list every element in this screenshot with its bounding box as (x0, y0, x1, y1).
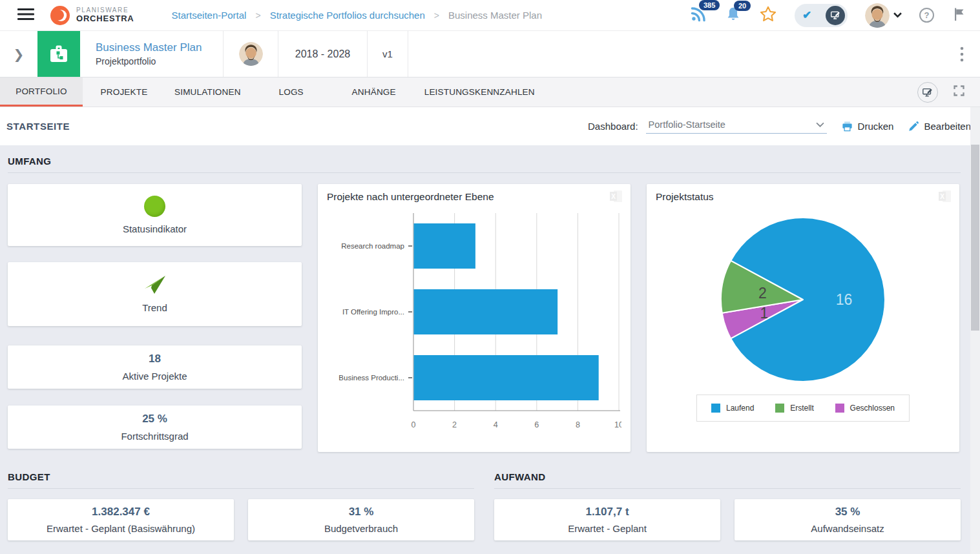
excel-export-icon[interactable]: X (609, 190, 623, 205)
pie-chart: 1216 (718, 214, 888, 385)
legend-swatch (711, 404, 720, 413)
notifications-button[interactable]: 20 (725, 6, 742, 25)
kpi-value: 18 (149, 353, 161, 365)
user-avatar (865, 3, 890, 28)
legend-item-laufend: Laufend (711, 404, 754, 413)
chevron-down-icon (893, 12, 902, 18)
section-budget-title: BUDGET (8, 471, 474, 482)
legend-label: Erstellt (790, 404, 814, 413)
portfolio-period: 2018 - 2028 (278, 31, 368, 77)
legend-label: Laufend (726, 404, 754, 413)
print-button[interactable]: Drucken (841, 120, 894, 132)
print-icon (841, 120, 853, 132)
svg-text:X: X (611, 193, 616, 200)
metric-label: Aufwandseinsatz (811, 523, 884, 534)
check-icon: ✔ (802, 8, 811, 22)
tab-simulationen[interactable]: SIMULATIONEN (165, 77, 250, 107)
display-mode-toggle[interactable]: ✔ (795, 4, 848, 27)
flag-button[interactable] (952, 6, 967, 25)
bar-chart: 0246810Research roadmapIT Offering Impro… (327, 209, 621, 436)
tab-projekte[interactable]: PROJEKTE (83, 77, 165, 107)
svg-text:10: 10 (614, 420, 621, 429)
top-navigation-bar: PLANISWARE ORCHESTRA Startseiten-Portal>… (0, 0, 980, 31)
kpi-label: Trend (142, 302, 167, 313)
kpi-label: Fortschrittsgrad (121, 431, 188, 442)
star-icon (759, 5, 777, 23)
kpi-label: Aktive Projekte (122, 371, 187, 382)
metric-label: Budgetverbrauch (324, 523, 398, 534)
metric-card-budgetverbrauch: 31 %Budgetverbrauch (248, 499, 474, 540)
svg-text:IT Offering Impro...: IT Offering Impro... (342, 308, 404, 316)
legend-item-geschlossen: Geschlossen (835, 404, 895, 413)
hamburger-menu-icon[interactable] (17, 8, 34, 23)
portfolio-briefcase-icon (46, 41, 72, 67)
legend-item-erstellt: Erstellt (775, 404, 814, 413)
breadcrumb: Startseiten-Portal>Strategische Portfoli… (172, 10, 542, 21)
kpi-card-aktive-projekte: 18Aktive Projekte (8, 345, 302, 389)
tab-portfolio[interactable]: PORTFOLIO (0, 77, 83, 107)
breadcrumb-link[interactable]: Startseiten-Portal (172, 10, 247, 21)
trend-arrow-icon (144, 275, 166, 297)
owner-avatar[interactable] (239, 42, 263, 66)
page-title: STARTSEITE (6, 121, 70, 132)
legend-swatch (835, 404, 844, 413)
fullscreen-icon (952, 84, 966, 97)
portfolio-tile[interactable] (37, 31, 80, 77)
portfolio-type-label: Projektportfolio (96, 56, 223, 67)
metric-value: 1.382.347 € (92, 506, 150, 518)
tab-leistungskennzahlen[interactable]: LEISTUNGSKENNZAHLEN (415, 77, 544, 107)
svg-text:Business Producti...: Business Producti... (339, 374, 404, 382)
breadcrumb-current: Business Master Plan (448, 10, 542, 21)
metric-label: Erwartet - Geplant (Basiswährung) (47, 523, 195, 534)
pie-chart-title: Projektstatus (656, 191, 950, 203)
dashboard-select[interactable]: Portfolio-Startseite (646, 119, 827, 134)
fullscreen-button[interactable] (952, 84, 966, 100)
planisware-orchestra-logo[interactable]: PLANISWARE ORCHESTRA (50, 5, 134, 26)
kebab-menu-icon[interactable] (944, 31, 980, 77)
kpi-card-fortschrittsgrad: 25 %Fortschrittsgrad (8, 405, 302, 449)
scrollbar-thumb[interactable] (971, 145, 979, 331)
vertical-scrollbar (970, 107, 980, 554)
flag-icon (952, 6, 967, 22)
portfolio-version: v1 (368, 31, 408, 77)
edit-button[interactable]: Bearbeiten (908, 121, 971, 132)
legend-swatch (775, 404, 784, 413)
dashboard-content: UMFANG StatusindikatorTrend18Aktive Proj… (0, 145, 980, 540)
dashboard-select-value: Portfolio-Startseite (649, 119, 725, 130)
screen-edit-icon (830, 10, 841, 21)
svg-text:2: 2 (758, 285, 767, 302)
svg-text:X: X (940, 193, 944, 200)
metric-card-erwartet-geplant-basiswährung-: 1.382.347 €Erwartet - Geplant (Basiswähr… (8, 499, 234, 540)
portfolio-title[interactable]: Business Master Plan (96, 41, 223, 54)
logo-mark-icon (50, 5, 70, 26)
help-button[interactable]: ? (919, 8, 934, 23)
edit-pencil-icon (908, 121, 919, 132)
section-umfang: UMFANG StatusindikatorTrend18Aktive Proj… (8, 156, 961, 452)
app-window: PLANISWARE ORCHESTRA Startseiten-Portal>… (0, 0, 980, 554)
expand-chevron-icon[interactable]: ❯ (0, 31, 37, 77)
context-header: ❯ Business Master Plan Projektportfolio (0, 31, 980, 77)
legend-label: Geschlossen (850, 404, 895, 413)
breadcrumb-separator: > (434, 10, 439, 21)
broadcast-button[interactable]: 385 (690, 5, 707, 25)
tab-anh-nge[interactable]: ANHÄNGE (333, 77, 415, 107)
pie-chart-panel: Projektstatus X 1216 LaufendErstelltGesc… (647, 184, 959, 452)
divider (494, 488, 961, 489)
question-mark-icon: ? (924, 10, 930, 20)
kpi-card-column: StatusindikatorTrend18Aktive Projekte25 … (8, 184, 302, 449)
bar-chart-panel: Projekte nach untergeordneter Ebene X 02… (318, 184, 631, 452)
favorites-star-button[interactable] (759, 5, 777, 26)
broadcast-count-badge: 385 (699, 0, 720, 10)
print-label: Drucken (858, 121, 894, 132)
dashboard-edit-button[interactable] (917, 82, 938, 103)
metric-value: 1.107,7 t (585, 506, 629, 518)
user-menu[interactable] (865, 3, 902, 28)
divider (8, 488, 474, 489)
tab-logs[interactable]: LOGS (250, 77, 333, 107)
metric-value: 35 % (835, 506, 860, 518)
excel-export-icon[interactable]: X (938, 190, 952, 205)
screen-edit-icon (922, 87, 933, 98)
kpi-value: 25 % (142, 413, 167, 426)
breadcrumb-link[interactable]: Strategische Portfolios durchsuchen (270, 10, 425, 21)
edit-label: Bearbeiten (924, 121, 971, 132)
